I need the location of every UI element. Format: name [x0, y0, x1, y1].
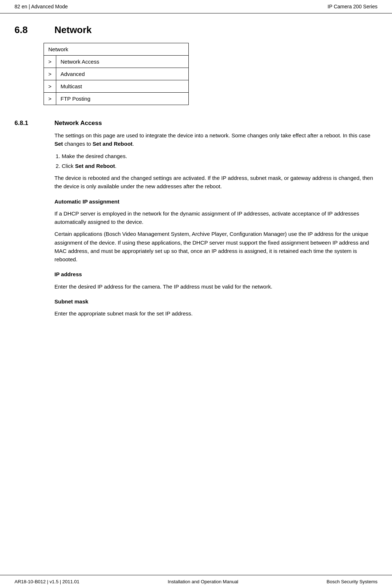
header-right: IP Camera 200 Series: [328, 4, 377, 9]
subnet-heading: Subnet mask: [54, 297, 377, 306]
footer-right: Bosch Security Systems: [327, 579, 377, 584]
subsection-title: Network Access: [54, 120, 102, 127]
auto-ip-body-1: If a DHCP server is employed in the netw…: [54, 209, 377, 226]
step-2: Click Set and Reboot.: [62, 162, 377, 170]
nav-table-row: >Network Access: [44, 56, 189, 68]
ip-address-body: Enter the desired IP address for the cam…: [54, 282, 377, 291]
header-left: 82 en | Advanced Mode: [15, 4, 68, 9]
nav-row-label: FTP Posting: [56, 93, 188, 105]
nav-row-arrow: >: [44, 80, 56, 93]
section-heading: 6.8 Network: [15, 24, 377, 36]
subsection-body: The settings on this page are used to in…: [54, 131, 377, 318]
section-title: Network: [54, 24, 92, 36]
nav-row-arrow: >: [44, 68, 56, 80]
intro-text: The settings on this page are used to in…: [54, 132, 370, 138]
subsection-number: 6.8.1: [15, 120, 44, 127]
auto-ip-heading: Automatic IP assignment: [54, 197, 377, 206]
intro-mid: changes to: [63, 141, 93, 147]
nav-row-label: Network Access: [56, 56, 188, 68]
nav-table: Network >Network Access>Advanced>Multica…: [44, 43, 189, 105]
intro-bold1: Set: [54, 141, 63, 147]
footer-center: Installation and Operation Manual: [168, 579, 238, 584]
nav-table-row: >FTP Posting: [44, 93, 189, 105]
footer-left: AR18-10-B012 | v1.5 | 2011.01: [15, 579, 79, 584]
body-text-1: The device is rebooted and the changed s…: [54, 174, 377, 191]
subnet-body: Enter the appropriate subnet mask for th…: [54, 309, 377, 318]
nav-table-row: >Multicast: [44, 80, 189, 93]
auto-ip-body-2: Certain applications (Bosch Video Manage…: [54, 230, 377, 263]
nav-table-row: >Advanced: [44, 68, 189, 80]
nav-row-arrow: >: [44, 93, 56, 105]
steps-list: Make the desired changes. Click Set and …: [62, 152, 377, 170]
page-header: 82 en | Advanced Mode IP Camera 200 Seri…: [0, 0, 392, 13]
subsection-681: 6.8.1 Network Access The settings on thi…: [15, 120, 377, 318]
intro-bold2: Set and Reboot: [93, 141, 132, 147]
subsection-heading: 6.8.1 Network Access: [15, 120, 377, 127]
nav-table-header: Network: [44, 43, 189, 56]
section-number: 6.8: [15, 24, 44, 36]
nav-row-label: Advanced: [56, 68, 188, 80]
nav-row-arrow: >: [44, 56, 56, 68]
nav-row-label: Multicast: [56, 80, 188, 93]
step-1: Make the desired changes.: [62, 152, 377, 160]
ip-address-heading: IP address: [54, 270, 377, 278]
page-content: 6.8 Network Network >Network Access>Adva…: [0, 21, 392, 350]
page-footer: AR18-10-B012 | v1.5 | 2011.01 Installati…: [0, 575, 392, 588]
intro-paragraph: The settings on this page are used to in…: [54, 131, 377, 148]
intro-end: .: [132, 141, 134, 147]
